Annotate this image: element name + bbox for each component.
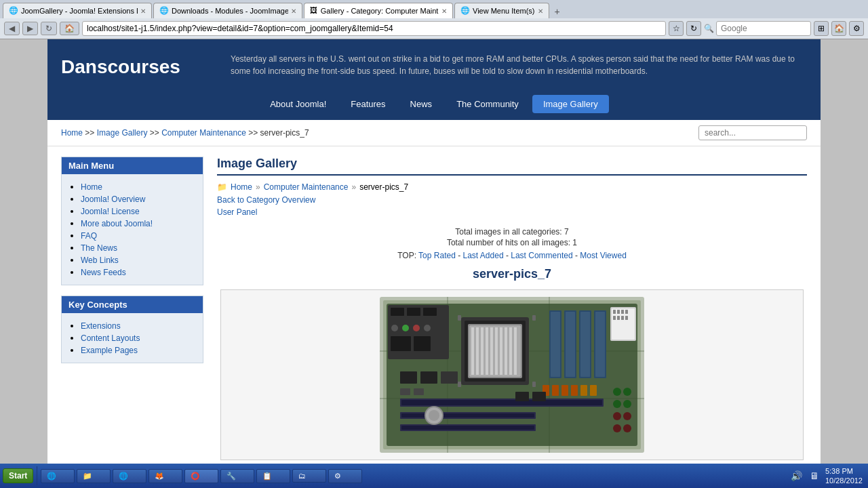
gallery-category-link[interactable]: Computer Maintenance [264,182,349,192]
tab-3[interactable]: 🖼 Gallery - Category: Computer Maintenan… [304,3,453,18]
svg-rect-64 [621,316,624,320]
sidebar-item-joomla-overview[interactable]: Joomla! Overview [81,195,145,204]
svg-rect-18 [481,327,484,375]
svg-rect-31 [580,312,590,377]
taskbar-ie2[interactable]: 🌐 [113,469,146,471]
taskbar: Start 🌐 📁 🌐 🦊 ⭕ 🔧 📋 🗂 ⚙ 🔊 🖥 5:38 PM 10/2… [0,464,868,470]
page-wrapper: Danscourses Yesterday all servers in the… [47,39,821,470]
taskbar-firefox[interactable]: 🦊 [149,469,182,471]
address-input[interactable] [82,21,666,36]
tab-4[interactable]: 🌐 View Menu Item(s) ✕ [454,3,549,18]
back-button[interactable]: ◀ [4,22,20,35]
network-icon[interactable]: 🖥 [808,469,821,470]
tab-1[interactable]: 🌐 JoomGallery - Joomla! Extensions Direc… [3,3,152,18]
last-commented-link[interactable]: Last Commented [511,251,572,260]
most-viewed-link[interactable]: Most Viewed [580,251,626,260]
svg-rect-29 [566,312,575,377]
svg-rect-72 [532,392,546,401]
svg-rect-52 [561,385,568,396]
main-menu-content: Home Joomla! Overview Joomla! License Mo… [62,174,203,285]
extensions-icon[interactable]: ⊞ [814,21,829,36]
start-button[interactable]: Start [3,468,33,470]
last-added-link[interactable]: Last Added [463,251,504,260]
svg-rect-23 [505,327,507,375]
forward-button[interactable]: ▶ [22,22,38,35]
top-sep-1: - [458,251,462,260]
tab-3-close[interactable]: ✕ [441,7,447,15]
gallery-home-link[interactable]: Home [231,182,252,192]
sidebar-item-faq[interactable]: FAQ [81,231,97,241]
breadcrumb-current: server-pics_7 [260,128,309,138]
browser-search-input[interactable] [716,21,811,36]
svg-rect-17 [476,327,479,375]
svg-rect-67 [420,371,437,384]
tab-4-close[interactable]: ✕ [538,7,543,15]
tab-1-close[interactable]: ✕ [140,7,146,15]
back-to-category-link[interactable]: Back to Category Overview [217,195,807,205]
sidebar-item-web-links[interactable]: Web Links [81,256,119,265]
sidebar-item-joomla-license[interactable]: Joomla! License [81,207,140,216]
taskbar-folder[interactable]: 📁 [77,469,111,471]
header-news: Yesterday all servers in the U.S. went o… [231,49,807,81]
taskbar-tool4[interactable]: ⚙ [328,469,362,471]
sidebar-item-extensions[interactable]: Extensions [81,321,121,331]
breadcrumb-maintenance-link[interactable]: Computer Maintenance [161,128,246,138]
top-rated-link[interactable]: Top Rated [418,251,456,260]
sidebar-item-example-pages[interactable]: Example Pages [81,346,138,355]
search-input[interactable] [698,125,807,140]
svg-rect-66 [400,371,417,384]
home-nav-icon[interactable]: 🏠 [831,21,846,36]
refresh-icon[interactable]: ↻ [686,21,701,36]
taskbar-tool2[interactable]: 📋 [256,469,290,471]
total-images-stat: Total images in all categories: 7 [217,227,807,237]
svg-point-46 [413,325,420,331]
taskbar-tool1[interactable]: 🔧 [220,469,254,471]
svg-rect-49 [414,336,431,351]
nav-features[interactable]: Features [340,95,396,113]
tab-favicon-2: 🌐 [159,6,169,16]
motherboard-image [380,297,644,453]
settings-icon[interactable]: ⚙ [849,21,864,36]
gallery-category-title: server-pics_7 [217,267,807,281]
nav-image-gallery[interactable]: Image Gallery [532,95,609,113]
tab-favicon-3: 🖼 [310,6,318,16]
taskbar-right: 🔊 🖥 5:38 PM 10/28/2012 [790,466,865,470]
nav-news[interactable]: News [399,95,443,113]
svg-rect-13 [458,382,461,387]
taskbar-tool3[interactable]: 🗂 [292,469,326,470]
gallery-sep-1: » [256,182,260,192]
home-button[interactable]: 🏠 [60,22,79,35]
tab-favicon-1: 🌐 [9,6,18,16]
breadcrumb-gallery-link[interactable]: Image Gallery [97,128,148,138]
svg-rect-53 [571,385,578,396]
reload-button[interactable]: ↻ [41,22,57,35]
svg-rect-68 [441,371,458,384]
svg-point-83 [429,410,439,421]
tab-1-label: JoomGallery - Joomla! Extensions Directo… [21,7,138,15]
main-menu-title: Main Menu [62,157,203,174]
sidebar-item-news-feeds[interactable]: News Feeds [81,268,126,277]
sidebar-item-the-news[interactable]: The News [81,243,117,253]
taskbar-time: 5:38 PM [825,466,863,470]
nav-community[interactable]: The Community [446,95,530,113]
svg-rect-41 [391,308,404,316]
tab-2[interactable]: 🌐 Downloads - Modules - JoomImages ✕ [153,3,302,18]
taskbar-chrome[interactable]: ⭕ [184,469,218,471]
sidebar-item-home[interactable]: Home [81,182,102,192]
bookmark-icon[interactable]: ☆ [669,21,684,36]
volume-icon[interactable]: 🔊 [790,469,804,470]
sidebar-item-content-layouts[interactable]: Content Layouts [81,333,140,343]
new-tab-button[interactable]: + [551,5,564,18]
main-content: Image Gallery 📁 Home » Computer Maintena… [217,157,807,460]
breadcrumb-home-link[interactable]: Home [61,128,83,138]
taskbar-ie[interactable]: 🌐 [41,469,75,471]
sidebar-item-more-joomla[interactable]: More about Joomla! [81,219,153,228]
svg-point-79 [613,424,621,432]
user-panel-link[interactable]: User Panel [217,207,257,217]
svg-rect-22 [500,327,502,375]
nav-about-joomla[interactable]: About Joomla! [259,95,337,113]
svg-point-80 [623,424,631,432]
tab-2-close[interactable]: ✕ [291,7,296,15]
tab-bar: 🌐 JoomGallery - Joomla! Extensions Direc… [0,0,868,18]
gallery-current-label: server-pics_7 [359,182,408,192]
